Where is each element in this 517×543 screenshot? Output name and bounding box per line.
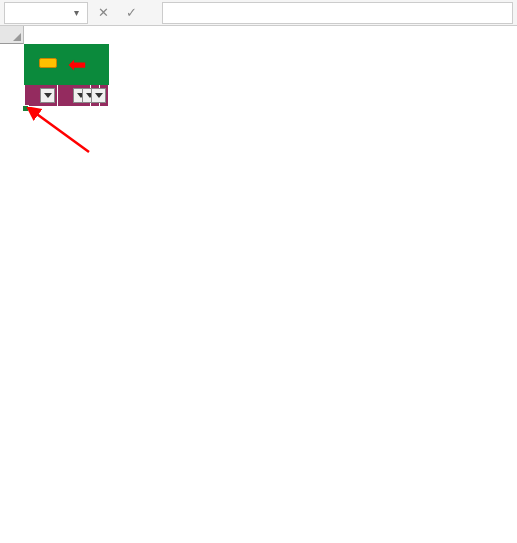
formula-buttons: ✕ ✓ — [94, 5, 158, 20]
header-code — [25, 85, 58, 107]
red-arrow-icon: ⬅ — [68, 52, 86, 78]
filter-drop-icon[interactable] — [91, 88, 106, 103]
header-row — [25, 85, 109, 107]
cancel-icon[interactable]: ✕ — [94, 5, 112, 20]
name-box[interactable]: ▾ — [4, 2, 88, 24]
table: ⬅ — [24, 44, 109, 107]
return-button[interactable] — [39, 58, 57, 68]
title-text — [91, 45, 109, 85]
select-all-corner[interactable] — [0, 26, 24, 44]
accept-icon[interactable]: ✓ — [122, 5, 140, 20]
header-remark — [100, 85, 109, 107]
formula-bar: ▾ ✕ ✓ — [0, 0, 517, 26]
namebox-dropdown-icon[interactable]: ▾ — [69, 6, 83, 20]
formula-input[interactable] — [162, 2, 513, 24]
filter-drop-icon[interactable] — [40, 88, 55, 103]
title-left: ⬅ — [25, 45, 91, 85]
worksheet[interactable]: ⬅ — [24, 44, 109, 107]
annotation-arrow-icon — [24, 107, 94, 157]
title-row: ⬅ — [25, 45, 109, 85]
svg-line-0 — [34, 112, 89, 152]
